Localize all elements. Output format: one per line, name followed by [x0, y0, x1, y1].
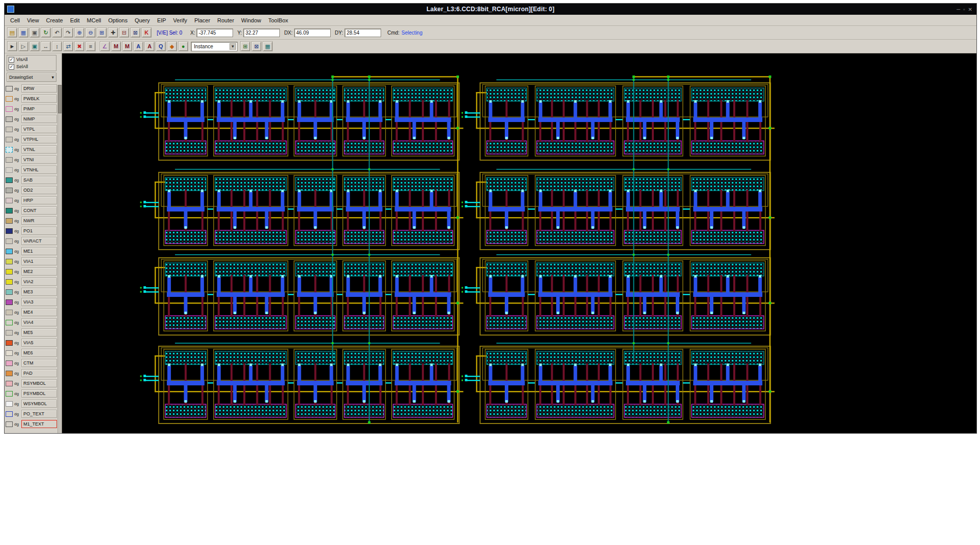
maximize-icon[interactable]: ▫ [963, 7, 965, 12]
zoom-select-icon[interactable]: Q [156, 41, 166, 51]
layer-color-swatch[interactable] [6, 421, 13, 427]
layer-name-button[interactable]: RSYMBOL [21, 379, 57, 387]
layer-color-swatch[interactable] [6, 167, 13, 173]
minimize-icon[interactable]: ─ [957, 7, 960, 12]
attach-text-icon[interactable]: A [145, 41, 155, 51]
layer-color-swatch[interactable] [6, 340, 13, 346]
menu-query[interactable]: Query [131, 16, 154, 24]
layout-canvas-area[interactable] [62, 53, 976, 433]
layer-color-swatch[interactable] [6, 350, 13, 356]
layer-name-button[interactable]: VTPHL [21, 135, 57, 143]
stretch-icon[interactable]: ↕ [52, 41, 62, 51]
close-icon[interactable]: ✕ [968, 7, 972, 12]
layer-color-swatch[interactable] [6, 157, 13, 163]
partial-select-icon[interactable]: ▷ [18, 41, 28, 51]
layer-name-button[interactable]: VTNL [21, 145, 57, 154]
layer-name-button[interactable]: VARACT [21, 237, 57, 245]
layer-color-swatch[interactable] [6, 320, 13, 325]
pan-view-icon[interactable]: ✚ [108, 27, 118, 38]
redo-icon[interactable]: ↷ [63, 27, 73, 38]
zoom-out-icon[interactable]: ⊖ [85, 27, 96, 38]
menu-edit[interactable]: Edit [67, 16, 83, 24]
dx-coordinate-field[interactable] [294, 28, 331, 37]
layer-name-button[interactable]: PO_TEXT [21, 410, 57, 418]
delete-icon[interactable]: ✖ [74, 41, 84, 51]
layer-color-swatch[interactable] [6, 208, 13, 214]
redraw-icon[interactable]: ↻ [41, 27, 51, 38]
layer-color-swatch[interactable] [6, 411, 13, 417]
layer-name-button[interactable]: SAB [21, 176, 57, 184]
layer-name-button[interactable]: HRP [21, 196, 57, 204]
dy-coordinate-field[interactable] [344, 28, 381, 37]
layout-canvas-svg[interactable] [62, 53, 976, 433]
hotkey-icon[interactable]: K [141, 27, 152, 38]
menu-view[interactable]: View [23, 16, 43, 24]
layer-name-button[interactable]: ME5 [21, 328, 57, 337]
layer-name-button[interactable]: ME2 [21, 267, 57, 276]
layer-color-swatch[interactable] [6, 289, 13, 295]
layer-name-button[interactable]: ME4 [21, 308, 57, 316]
titlebar[interactable]: Laker_L3:6.CCD:8bit_RCA[micron][Edit: 0]… [5, 4, 976, 15]
print-icon[interactable]: ▣ [30, 27, 40, 38]
layer-color-swatch[interactable] [6, 238, 13, 244]
move-icon[interactable]: ↔ [41, 41, 51, 51]
layer-color-swatch[interactable] [6, 360, 13, 366]
layer-color-swatch[interactable] [6, 177, 13, 183]
layer-panel-scrollbar[interactable] [57, 85, 62, 433]
layer-color-swatch[interactable] [6, 391, 13, 397]
adder-cell[interactable] [465, 343, 775, 423]
layer-color-swatch[interactable] [6, 86, 13, 92]
layer-name-button[interactable]: ME3 [21, 288, 57, 296]
layer-name-button[interactable]: DRW [21, 84, 57, 93]
layer-name-button[interactable]: VIA5 [21, 339, 57, 347]
menu-toolbox[interactable]: ToolBox [265, 16, 292, 24]
menu-router[interactable]: Router [214, 16, 238, 24]
layer-color-swatch[interactable] [6, 371, 13, 376]
layer-name-button[interactable]: M1_TEXT [21, 420, 57, 428]
adder-cell[interactable] [143, 80, 464, 160]
vis-all-toggle[interactable]: ✓ VisAll [9, 56, 54, 63]
sel-all-toggle[interactable]: ✓ SelAll [9, 63, 54, 70]
layer-color-swatch[interactable] [6, 259, 13, 264]
layer-color-swatch[interactable] [6, 381, 13, 386]
zoom-fit-icon[interactable]: ⊞ [97, 27, 107, 38]
menu-window[interactable]: Window [238, 16, 265, 24]
ruler-icon[interactable]: ∠ [100, 41, 110, 51]
layer-color-swatch[interactable] [6, 330, 13, 336]
layer-name-button[interactable]: VTPL [21, 125, 57, 133]
adder-cell[interactable] [143, 169, 464, 250]
array-place-icon[interactable]: ⊞ [240, 41, 250, 51]
layer-name-button[interactable]: VIA1 [21, 257, 57, 265]
properties-icon[interactable]: ≡ [85, 41, 96, 51]
adder-cell[interactable] [465, 255, 775, 335]
layer-name-button[interactable]: ME6 [21, 349, 57, 357]
layer-name-button[interactable]: PSYMBOL [21, 389, 57, 398]
layer-name-button[interactable]: CTM [21, 359, 57, 367]
drawing-set-dropdown[interactable]: DrawingSet ▾ [7, 73, 56, 82]
copy-icon[interactable]: ▣ [30, 41, 40, 51]
layout-window-icon[interactable]: ⊠ [130, 27, 140, 38]
y-coordinate-field[interactable] [243, 28, 280, 37]
swap-icon[interactable]: ⇄ [63, 41, 73, 51]
layer-color-swatch[interactable] [6, 310, 13, 315]
layer-color-swatch[interactable] [6, 106, 13, 112]
layer-color-swatch[interactable] [6, 116, 13, 122]
menu-mcell[interactable]: MCell [83, 16, 105, 24]
layer-name-button[interactable]: VIA3 [21, 298, 57, 306]
checkbox-checked-icon[interactable]: ✓ [9, 57, 14, 63]
layer-color-swatch[interactable] [6, 279, 13, 285]
zoom-in-icon[interactable]: ⊕ [74, 27, 84, 38]
layer-name-button[interactable]: VTNHL [21, 166, 57, 174]
search-net-icon[interactable]: M [122, 41, 132, 51]
menu-create[interactable]: Create [43, 16, 67, 24]
undo-icon[interactable]: ↶ [52, 27, 62, 38]
adder-cell[interactable] [143, 255, 464, 335]
checkbox-checked-icon[interactable]: ✓ [9, 64, 14, 70]
layer-color-swatch[interactable] [6, 269, 13, 275]
adder-cell[interactable] [143, 343, 464, 423]
layer-color-swatch[interactable] [6, 127, 13, 132]
adder-cell[interactable] [465, 169, 775, 250]
layer-color-swatch[interactable] [6, 147, 13, 153]
layer-name-button[interactable]: OD2 [21, 186, 57, 194]
select-mode-icon[interactable]: ► [7, 41, 17, 51]
